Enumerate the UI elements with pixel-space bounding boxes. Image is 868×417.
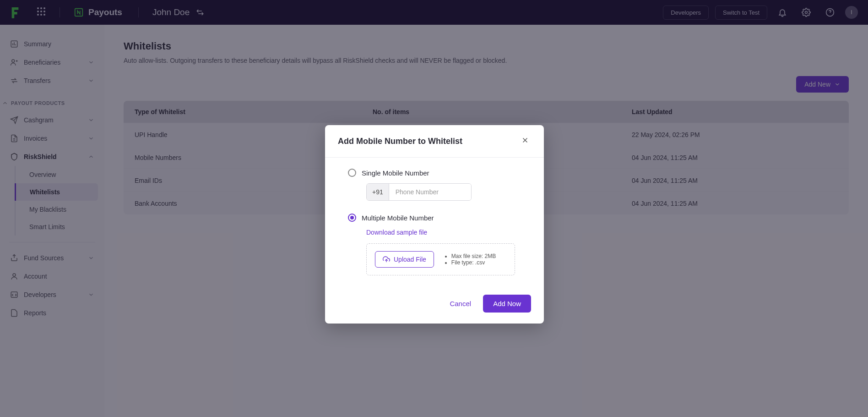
hint-max-size: Max file size: 2MB	[451, 253, 496, 259]
phone-country-code: +91	[367, 184, 389, 200]
upload-file-button[interactable]: Upload File	[375, 251, 434, 268]
upload-cloud-icon	[383, 256, 390, 263]
multiple-mobile-label: Multiple Mobile Number	[362, 214, 434, 222]
download-sample-link[interactable]: Download sample file	[366, 229, 427, 236]
hint-file-type: File type: .csv	[451, 259, 496, 266]
upload-button-label: Upload File	[394, 256, 426, 263]
close-icon[interactable]	[519, 134, 531, 148]
phone-input-group: +91	[366, 183, 472, 201]
multiple-mobile-radio[interactable]: Multiple Mobile Number	[348, 214, 521, 222]
modal-body: Single Mobile Number +91 Multiple Mobile…	[325, 158, 544, 288]
single-mobile-label: Single Mobile Number	[362, 169, 429, 177]
radio-selected-icon	[348, 214, 356, 222]
phone-number-input[interactable]	[389, 184, 472, 200]
add-now-button[interactable]: Add Now	[483, 295, 531, 313]
upload-hint-list: Max file size: 2MB File type: .csv	[445, 253, 496, 266]
add-mobile-whitelist-modal: Add Mobile Number to Whitelist Single Mo…	[325, 125, 544, 324]
radio-unselected-icon	[348, 169, 356, 177]
cancel-button[interactable]: Cancel	[446, 295, 475, 312]
modal-footer: Cancel Add Now	[325, 288, 544, 324]
upload-dropzone: Upload File Max file size: 2MB File type…	[366, 243, 515, 275]
modal-title: Add Mobile Number to Whitelist	[338, 137, 462, 146]
modal-header: Add Mobile Number to Whitelist	[325, 125, 544, 158]
single-mobile-radio[interactable]: Single Mobile Number	[348, 169, 521, 177]
